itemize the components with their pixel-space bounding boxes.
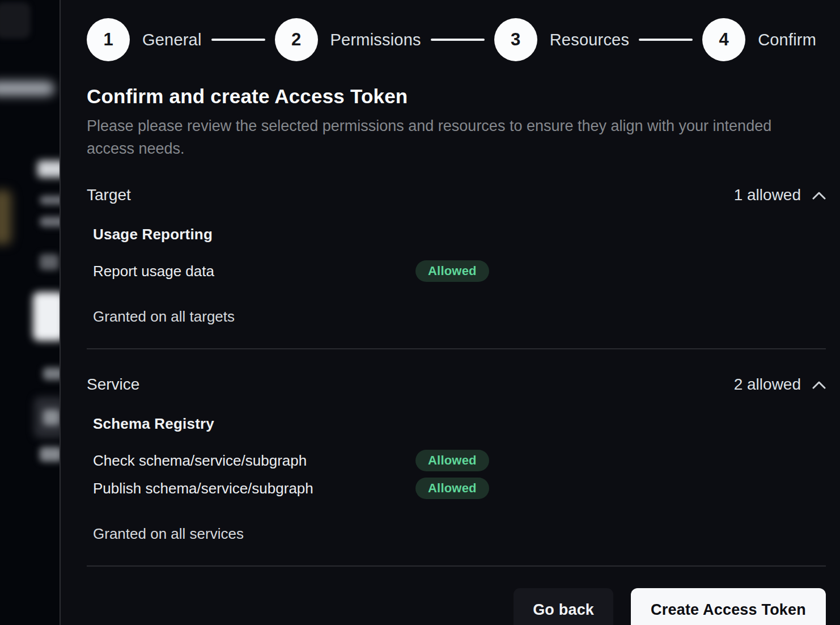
permission-list: Check schema/service/subgraph Allowed Pu… [93,450,826,499]
blurred-text-line [40,447,61,462]
permission-list: Report usage data Allowed [93,260,826,282]
chevron-up-icon [812,191,826,200]
create-access-token-modal: 1 General 2 Permissions 3 Resources 4 Co… [60,0,840,625]
section-collapse-toggle[interactable]: 2 allowed [734,375,826,394]
section-title: Service [87,375,139,394]
step-number-circle: 4 [702,18,745,61]
page-description: Please please review the selected permis… [87,115,790,160]
blurred-accent-blob [0,190,11,244]
group-name: Usage Reporting [93,226,826,243]
step-number-circle: 3 [494,18,537,61]
step-label: Confirm [758,31,816,49]
step-general[interactable]: 1 General [87,18,202,61]
permission-group-schema-registry: Schema Registry Check schema/service/sub… [87,415,826,499]
allowed-badge: Allowed [415,478,489,499]
blurred-app-background [0,0,61,625]
blurred-heading-text [37,161,61,178]
step-connector-line [639,39,693,41]
section-target: Target 1 allowed Usage Reporting Report … [87,186,826,326]
page-title: Confirm and create Access Token [87,85,826,108]
wizard-stepper: 1 General 2 Permissions 3 Resources 4 Co… [87,18,826,61]
step-number-circle: 2 [275,18,318,61]
allowed-badge: Allowed [415,260,489,282]
permission-row: Check schema/service/subgraph Allowed [93,450,826,471]
step-number-circle: 1 [87,18,130,61]
blurred-nav-text [0,81,54,96]
blurred-logo [0,2,31,39]
modal-footer: Go back Create Access Token [87,588,826,625]
blurred-icon [40,254,59,270]
permission-label: Check schema/service/subgraph [93,452,415,470]
step-connector-line [211,39,265,41]
step-label: General [142,31,202,49]
section-title: Target [87,186,131,204]
granted-note: Granted on all targets [87,308,826,326]
section-service: Service 2 allowed Schema Registry Check … [87,375,826,543]
section-target-header: Target 1 allowed [87,186,826,204]
permission-label: Publish schema/service/subgraph [93,480,415,497]
step-permissions[interactable]: 2 Permissions [275,18,421,61]
permission-row: Report usage data Allowed [93,260,826,282]
blurred-card [33,292,61,341]
allowed-count: 1 allowed [734,186,801,204]
section-collapse-toggle[interactable]: 1 allowed [734,186,826,204]
permission-group-usage-reporting: Usage Reporting Report usage data Allowe… [87,226,826,282]
group-name: Schema Registry [93,415,826,433]
page: 1 General 2 Permissions 3 Resources 4 Co… [0,0,840,625]
step-confirm[interactable]: 4 Confirm [702,18,816,61]
section-service-header: Service 2 allowed [87,375,826,394]
step-resources[interactable]: 3 Resources [494,18,629,61]
step-label: Resources [550,31,629,49]
blurred-text-line [43,409,60,425]
chevron-up-icon [812,381,826,389]
allowed-badge: Allowed [415,450,489,471]
granted-note: Granted on all services [87,525,826,543]
step-connector-line [431,39,485,41]
permission-label: Report usage data [93,263,415,280]
section-divider [87,348,826,349]
go-back-button[interactable]: Go back [514,588,613,625]
footer-divider [87,565,826,567]
permission-row: Publish schema/service/subgraph Allowed [93,478,826,499]
allowed-count: 2 allowed [734,375,801,394]
step-label: Permissions [330,31,421,49]
blurred-text-line [43,368,61,380]
blurred-text-line [40,196,61,205]
create-access-token-button[interactable]: Create Access Token [631,588,826,625]
blurred-text-line [40,217,61,227]
